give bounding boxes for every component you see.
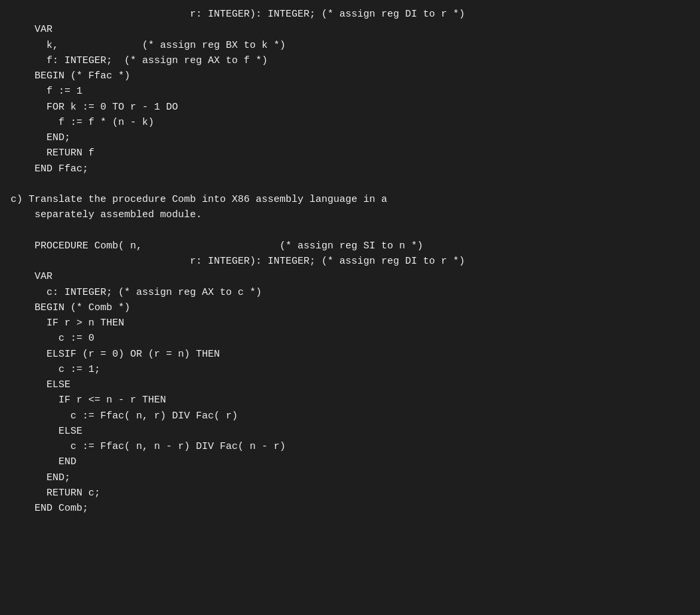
- code-content: r: INTEGER): INTEGER; (* assign reg DI t…: [0, 7, 700, 516]
